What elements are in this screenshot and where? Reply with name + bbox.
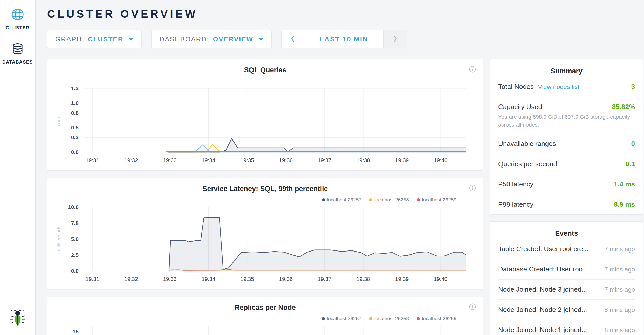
svg-text:19:37: 19:37: [318, 157, 332, 163]
chart-card-sql-queries: SQL Queries 19:3119:3219:3319:3419:3519:…: [47, 59, 483, 171]
event-time: 7 mins ago: [605, 246, 635, 253]
chevron-left-icon: [290, 35, 296, 44]
graph-dropdown-label: GRAPH:: [55, 35, 84, 43]
capacity-used-subtext: You are using 598.9 GiB of 697.9 GiB sto…: [498, 113, 635, 129]
summary-label: Capacity Used: [498, 103, 542, 111]
chart-title: SQL Queries: [244, 66, 286, 74]
svg-text:19:33: 19:33: [163, 276, 177, 282]
event-text: Node Joined: Node 3 joined...: [498, 285, 587, 294]
summary-value: 85.82%: [612, 103, 635, 111]
svg-text:0.8: 0.8: [71, 110, 79, 116]
chart-plot: 19:3119:3219:3319:3419:3519:3619:3719:38…: [54, 204, 477, 284]
chart-legend: localhost:26257localhost:26258localhost:…: [54, 315, 477, 323]
legend-label: localhost:26258: [374, 316, 409, 322]
info-icon[interactable]: [469, 303, 476, 311]
app-root: CLUSTER DATABASES: [0, 0, 644, 335]
legend-dot-icon: [322, 317, 325, 320]
time-next-button[interactable]: [384, 30, 407, 48]
chart-legend: [54, 77, 477, 85]
svg-text:19:34: 19:34: [202, 157, 215, 163]
cockroachdb-logo[interactable]: [0, 308, 35, 328]
chart-plot: 19:3119:3219:3319:3419:3519:3619:3719:38…: [54, 323, 477, 335]
charts-column: SQL Queries 19:3119:3219:3319:3419:3519:…: [47, 59, 483, 335]
svg-text:19:31: 19:31: [86, 157, 99, 163]
summary-row-queries-per-second: Queries per second 0.1: [498, 154, 635, 174]
svg-text:19:40: 19:40: [434, 276, 448, 282]
page-title: CLUSTER OVERVIEW: [47, 8, 643, 20]
controls-bar: GRAPH: CLUSTER DASHBOARD: OVERVIEW: [47, 30, 643, 48]
svg-text:0.5: 0.5: [71, 124, 79, 130]
summary-value: 0: [631, 140, 635, 148]
legend-item[interactable]: localhost:26258: [369, 197, 409, 203]
event-text: Node Joined: Node 1 joined...: [498, 326, 587, 334]
chart-title: Service Latency: SQL, 99th percentile: [202, 185, 328, 193]
event-row[interactable]: Node Joined: Node 2 joined... 8 mins ago: [498, 300, 635, 320]
event-row[interactable]: Node Joined: Node 1 joined... 8 mins ago: [498, 320, 635, 335]
event-time: 7 mins ago: [605, 286, 635, 293]
summary-row-total-nodes: Total Nodes View nodes list 3: [498, 77, 635, 97]
svg-text:1.3: 1.3: [71, 85, 79, 91]
legend-label: localhost:26259: [422, 197, 456, 203]
svg-text:19:35: 19:35: [240, 157, 254, 163]
svg-text:19:32: 19:32: [124, 276, 138, 282]
svg-text:19:40: 19:40: [434, 157, 448, 163]
event-row[interactable]: Table Created: User root cre... 7 mins a…: [498, 239, 635, 259]
view-nodes-list-link[interactable]: View nodes list: [538, 83, 579, 90]
svg-text:7.5: 7.5: [71, 220, 79, 226]
events-card: Events Table Created: User root cre... 7…: [490, 221, 643, 335]
svg-text:19:36: 19:36: [279, 276, 293, 282]
legend-item[interactable]: localhost:26259: [417, 197, 456, 203]
chart-card-replicas-per-node: Replicas per Node localhost:26257localho…: [47, 297, 483, 335]
svg-text:19:32: 19:32: [124, 157, 138, 163]
graph-dropdown[interactable]: GRAPH: CLUSTER: [47, 30, 142, 48]
svg-text:15: 15: [73, 329, 79, 334]
svg-text:1.0: 1.0: [71, 100, 79, 106]
svg-text:19:38: 19:38: [357, 157, 370, 163]
event-time: 8 mins ago: [605, 306, 635, 313]
sidebar: CLUSTER DATABASES: [0, 0, 36, 335]
legend-item[interactable]: localhost:26258: [369, 316, 409, 322]
chart-card-service-latency: Service Latency: SQL, 99th percentile lo…: [47, 178, 483, 289]
svg-text:19:37: 19:37: [318, 276, 332, 282]
summary-label: Unavailable ranges: [498, 140, 556, 148]
legend-item[interactable]: localhost:26257: [322, 197, 361, 203]
svg-text:0.0: 0.0: [71, 149, 79, 155]
sidebar-item-cluster[interactable]: CLUSTER: [0, 0, 35, 31]
event-text: Table Created: User root cre...: [498, 245, 588, 253]
legend-item[interactable]: localhost:26257: [322, 316, 361, 322]
summary-title: Summary: [498, 67, 635, 75]
chart-legend: localhost:26257localhost:26258localhost:…: [54, 196, 477, 204]
time-prev-button[interactable]: [282, 30, 304, 48]
legend-item[interactable]: localhost:26259: [417, 316, 456, 322]
summary-value: 8.9 ms: [614, 200, 635, 208]
sidebar-item-databases[interactable]: DATABASES: [0, 31, 35, 65]
time-range-button[interactable]: LAST 10 MIN: [304, 30, 384, 48]
time-range-label: LAST 10 MIN: [320, 35, 368, 43]
legend-label: localhost:26257: [327, 316, 361, 322]
event-row[interactable]: Database Created: User roo... 7 mins ago: [498, 259, 635, 280]
chevron-down-icon: [258, 38, 264, 41]
sidebar-item-label: DATABASES: [0, 60, 35, 65]
event-text: Database Created: User roo...: [498, 265, 588, 273]
legend-dot-icon: [369, 317, 372, 320]
dashboard-dropdown-value: OVERVIEW: [213, 35, 253, 43]
legend-label: localhost:26257: [327, 197, 361, 203]
summary-label: Queries per second: [498, 160, 557, 168]
legend-label: localhost:26259: [422, 316, 456, 322]
chart-title: Replicas per Node: [235, 304, 296, 311]
dashboard-dropdown[interactable]: DASHBOARD: OVERVIEW: [151, 30, 272, 48]
info-icon[interactable]: [469, 66, 476, 74]
svg-text:milliseconds: milliseconds: [56, 226, 61, 252]
summary-row-p50-latency: P50 latency 1.4 ms: [498, 174, 635, 194]
event-row[interactable]: Node Joined: Node 3 joined... 7 mins ago: [498, 280, 635, 300]
summary-value: 0.1: [626, 160, 635, 168]
svg-text:10.0: 10.0: [68, 204, 79, 210]
svg-text:2.5: 2.5: [71, 252, 79, 258]
summary-label: Total Nodes: [498, 83, 534, 91]
svg-text:19:36: 19:36: [279, 157, 293, 163]
sidebar-item-label: CLUSTER: [0, 25, 35, 31]
info-icon[interactable]: [469, 184, 476, 193]
summary-row-p99-latency: P99 latency 8.9 ms: [498, 194, 635, 214]
summary-row-unavailable-ranges: Unavailable ranges 0: [498, 134, 635, 154]
legend-dot-icon: [417, 317, 420, 320]
